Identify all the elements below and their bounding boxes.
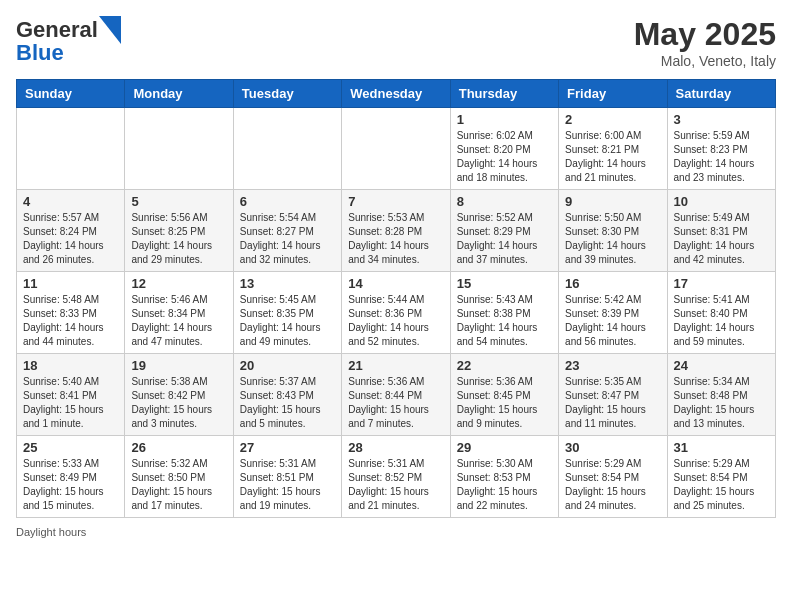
day-info: Sunrise: 5:50 AM Sunset: 8:30 PM Dayligh… [565,211,660,267]
day-number: 17 [674,276,769,291]
calendar-cell: 10Sunrise: 5:49 AM Sunset: 8:31 PM Dayli… [667,190,775,272]
day-number: 22 [457,358,552,373]
day-number: 9 [565,194,660,209]
calendar-table: SundayMondayTuesdayWednesdayThursdayFrid… [16,79,776,518]
calendar-cell: 2Sunrise: 6:00 AM Sunset: 8:21 PM Daylig… [559,108,667,190]
day-info: Sunrise: 5:49 AM Sunset: 8:31 PM Dayligh… [674,211,769,267]
day-info: Sunrise: 5:53 AM Sunset: 8:28 PM Dayligh… [348,211,443,267]
day-number: 11 [23,276,118,291]
day-info: Sunrise: 5:56 AM Sunset: 8:25 PM Dayligh… [131,211,226,267]
calendar-header-row: SundayMondayTuesdayWednesdayThursdayFrid… [17,80,776,108]
calendar-day-header: Wednesday [342,80,450,108]
day-info: Sunrise: 5:29 AM Sunset: 8:54 PM Dayligh… [674,457,769,513]
day-number: 5 [131,194,226,209]
calendar-day-header: Friday [559,80,667,108]
day-info: Sunrise: 5:42 AM Sunset: 8:39 PM Dayligh… [565,293,660,349]
day-number: 14 [348,276,443,291]
day-info: Sunrise: 5:33 AM Sunset: 8:49 PM Dayligh… [23,457,118,513]
day-number: 13 [240,276,335,291]
calendar-cell: 4Sunrise: 5:57 AM Sunset: 8:24 PM Daylig… [17,190,125,272]
calendar-cell: 20Sunrise: 5:37 AM Sunset: 8:43 PM Dayli… [233,354,341,436]
day-number: 19 [131,358,226,373]
logo: General Blue [16,16,121,66]
calendar-day-header: Sunday [17,80,125,108]
calendar-week-row: 11Sunrise: 5:48 AM Sunset: 8:33 PM Dayli… [17,272,776,354]
day-number: 6 [240,194,335,209]
calendar-cell: 8Sunrise: 5:52 AM Sunset: 8:29 PM Daylig… [450,190,558,272]
day-number: 1 [457,112,552,127]
day-number: 12 [131,276,226,291]
month-title: May 2025 [634,16,776,53]
calendar-cell: 15Sunrise: 5:43 AM Sunset: 8:38 PM Dayli… [450,272,558,354]
calendar-cell: 27Sunrise: 5:31 AM Sunset: 8:51 PM Dayli… [233,436,341,518]
day-info: Sunrise: 5:36 AM Sunset: 8:45 PM Dayligh… [457,375,552,431]
calendar-cell: 9Sunrise: 5:50 AM Sunset: 8:30 PM Daylig… [559,190,667,272]
calendar-cell: 16Sunrise: 5:42 AM Sunset: 8:39 PM Dayli… [559,272,667,354]
day-number: 8 [457,194,552,209]
day-info: Sunrise: 5:45 AM Sunset: 8:35 PM Dayligh… [240,293,335,349]
day-info: Sunrise: 5:37 AM Sunset: 8:43 PM Dayligh… [240,375,335,431]
day-number: 15 [457,276,552,291]
day-number: 3 [674,112,769,127]
calendar-cell: 28Sunrise: 5:31 AM Sunset: 8:52 PM Dayli… [342,436,450,518]
day-number: 29 [457,440,552,455]
calendar-week-row: 18Sunrise: 5:40 AM Sunset: 8:41 PM Dayli… [17,354,776,436]
day-info: Sunrise: 5:48 AM Sunset: 8:33 PM Dayligh… [23,293,118,349]
calendar-cell: 31Sunrise: 5:29 AM Sunset: 8:54 PM Dayli… [667,436,775,518]
calendar-cell: 26Sunrise: 5:32 AM Sunset: 8:50 PM Dayli… [125,436,233,518]
calendar-cell: 1Sunrise: 6:02 AM Sunset: 8:20 PM Daylig… [450,108,558,190]
calendar-cell: 13Sunrise: 5:45 AM Sunset: 8:35 PM Dayli… [233,272,341,354]
calendar-cell: 12Sunrise: 5:46 AM Sunset: 8:34 PM Dayli… [125,272,233,354]
day-info: Sunrise: 5:41 AM Sunset: 8:40 PM Dayligh… [674,293,769,349]
day-number: 24 [674,358,769,373]
title-block: May 2025 Malo, Veneto, Italy [634,16,776,69]
calendar-cell: 11Sunrise: 5:48 AM Sunset: 8:33 PM Dayli… [17,272,125,354]
calendar-week-row: 1Sunrise: 6:02 AM Sunset: 8:20 PM Daylig… [17,108,776,190]
calendar-cell: 18Sunrise: 5:40 AM Sunset: 8:41 PM Dayli… [17,354,125,436]
day-info: Sunrise: 5:40 AM Sunset: 8:41 PM Dayligh… [23,375,118,431]
day-info: Sunrise: 5:30 AM Sunset: 8:53 PM Dayligh… [457,457,552,513]
day-info: Sunrise: 5:59 AM Sunset: 8:23 PM Dayligh… [674,129,769,185]
calendar-day-header: Thursday [450,80,558,108]
day-info: Sunrise: 5:57 AM Sunset: 8:24 PM Dayligh… [23,211,118,267]
day-info: Sunrise: 5:31 AM Sunset: 8:51 PM Dayligh… [240,457,335,513]
day-number: 27 [240,440,335,455]
calendar-week-row: 25Sunrise: 5:33 AM Sunset: 8:49 PM Dayli… [17,436,776,518]
svg-marker-0 [99,16,121,44]
calendar-cell [233,108,341,190]
day-number: 7 [348,194,443,209]
day-number: 30 [565,440,660,455]
day-info: Sunrise: 5:46 AM Sunset: 8:34 PM Dayligh… [131,293,226,349]
calendar-cell: 30Sunrise: 5:29 AM Sunset: 8:54 PM Dayli… [559,436,667,518]
day-number: 2 [565,112,660,127]
calendar-cell: 21Sunrise: 5:36 AM Sunset: 8:44 PM Dayli… [342,354,450,436]
calendar-cell: 17Sunrise: 5:41 AM Sunset: 8:40 PM Dayli… [667,272,775,354]
calendar-cell: 6Sunrise: 5:54 AM Sunset: 8:27 PM Daylig… [233,190,341,272]
calendar-cell: 23Sunrise: 5:35 AM Sunset: 8:47 PM Dayli… [559,354,667,436]
day-number: 20 [240,358,335,373]
day-info: Sunrise: 5:35 AM Sunset: 8:47 PM Dayligh… [565,375,660,431]
day-info: Sunrise: 5:52 AM Sunset: 8:29 PM Dayligh… [457,211,552,267]
calendar-cell: 5Sunrise: 5:56 AM Sunset: 8:25 PM Daylig… [125,190,233,272]
day-info: Sunrise: 5:34 AM Sunset: 8:48 PM Dayligh… [674,375,769,431]
day-number: 31 [674,440,769,455]
day-info: Sunrise: 5:44 AM Sunset: 8:36 PM Dayligh… [348,293,443,349]
day-info: Sunrise: 5:38 AM Sunset: 8:42 PM Dayligh… [131,375,226,431]
day-number: 21 [348,358,443,373]
day-number: 18 [23,358,118,373]
day-info: Sunrise: 6:02 AM Sunset: 8:20 PM Dayligh… [457,129,552,185]
day-number: 23 [565,358,660,373]
day-number: 10 [674,194,769,209]
day-info: Sunrise: 5:29 AM Sunset: 8:54 PM Dayligh… [565,457,660,513]
day-info: Sunrise: 5:32 AM Sunset: 8:50 PM Dayligh… [131,457,226,513]
calendar-cell: 29Sunrise: 5:30 AM Sunset: 8:53 PM Dayli… [450,436,558,518]
calendar-cell: 7Sunrise: 5:53 AM Sunset: 8:28 PM Daylig… [342,190,450,272]
day-number: 28 [348,440,443,455]
calendar-cell: 22Sunrise: 5:36 AM Sunset: 8:45 PM Dayli… [450,354,558,436]
day-info: Sunrise: 5:43 AM Sunset: 8:38 PM Dayligh… [457,293,552,349]
calendar-day-header: Monday [125,80,233,108]
day-info: Sunrise: 6:00 AM Sunset: 8:21 PM Dayligh… [565,129,660,185]
calendar-cell [17,108,125,190]
day-info: Sunrise: 5:54 AM Sunset: 8:27 PM Dayligh… [240,211,335,267]
calendar-week-row: 4Sunrise: 5:57 AM Sunset: 8:24 PM Daylig… [17,190,776,272]
